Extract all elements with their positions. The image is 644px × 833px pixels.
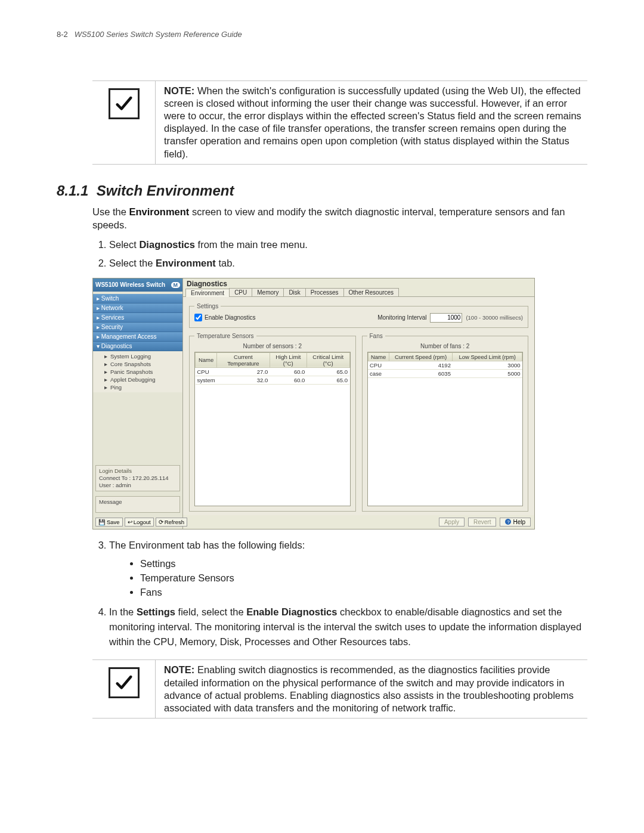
logout-icon: ↩ bbox=[128, 519, 132, 525]
tab-other-resources[interactable]: Other Resources bbox=[343, 288, 400, 296]
sensor-count-row: Number of sensors : 2 bbox=[194, 343, 351, 349]
table-row[interactable]: CPU 27.0 60.0 65.0 bbox=[196, 367, 350, 376]
note-label: NOTE: bbox=[164, 85, 194, 96]
bullet-settings: Settings bbox=[140, 557, 587, 571]
col-current-speed[interactable]: Current Speed (rpm) bbox=[389, 352, 453, 361]
nav-item-services[interactable]: Services bbox=[93, 313, 182, 323]
nav-item-security[interactable]: Security bbox=[93, 323, 182, 332]
tab-strip: Environment CPU Memory Disk Processes Ot… bbox=[183, 288, 534, 297]
nav-leaf-core-snapshots[interactable]: ▸Core Snapshots bbox=[101, 360, 181, 368]
fans-legend: Fans bbox=[367, 333, 385, 339]
col-name[interactable]: Name bbox=[368, 352, 389, 361]
col-critical-limit[interactable]: Critical Limit (°C) bbox=[306, 352, 349, 367]
temperature-fieldset: Temperature Sensors Number of sensors : … bbox=[189, 333, 356, 512]
note-icon-cell bbox=[92, 660, 155, 717]
help-button[interactable]: ?Help bbox=[500, 518, 531, 527]
note-body: Enabling switch diagnostics is recommend… bbox=[164, 664, 574, 713]
col-current-temp[interactable]: Current Temperature bbox=[217, 352, 270, 367]
nav-item-switch[interactable]: Switch bbox=[93, 294, 182, 304]
nav-subtree-diagnostics: ▸System Logging ▸Core Snapshots ▸Panic S… bbox=[93, 351, 182, 392]
section-heading: 8.1.1 Switch Environment bbox=[57, 182, 587, 199]
connect-to-value: 172.20.25.114 bbox=[132, 475, 169, 481]
nav-item-diagnostics[interactable]: Diagnostics bbox=[93, 342, 182, 351]
save-button[interactable]: 💾Save bbox=[95, 518, 123, 527]
col-low-speed-limit[interactable]: Low Speed Limit (rpm) bbox=[453, 352, 522, 361]
step-4: In the Settings field, select the Enable… bbox=[109, 605, 587, 649]
note-block: NOTE: Enabling switch diagnostics is rec… bbox=[92, 659, 587, 718]
table-row[interactable]: case 6035 5000 bbox=[368, 369, 522, 377]
nav-leaf-system-logging[interactable]: ▸System Logging bbox=[101, 352, 181, 360]
fans-table: Name Current Speed (rpm) Low Speed Limit… bbox=[367, 352, 524, 506]
page-number: 8-2 bbox=[57, 30, 68, 39]
table-row[interactable]: CPU 4192 3000 bbox=[368, 361, 522, 369]
disk-icon: 💾 bbox=[98, 519, 106, 525]
sidebar-buttons: 💾Save ↩Logout ⟳Refresh bbox=[93, 515, 182, 529]
revert-button[interactable]: Revert bbox=[468, 518, 496, 527]
refresh-button[interactable]: ⟳Refresh bbox=[156, 518, 187, 527]
apply-button[interactable]: Apply bbox=[439, 518, 465, 527]
table-row[interactable]: system 32.0 60.0 65.0 bbox=[196, 376, 350, 384]
app-screenshot: WS5100 Wireless Switch M Switch Network … bbox=[92, 278, 535, 529]
monitoring-interval-label: Monitoring Interval bbox=[377, 314, 426, 321]
tab-body-environment: Settings Enable Diagnostics Monitoring I… bbox=[183, 297, 534, 515]
steps-list-3: In the Settings field, select the Enable… bbox=[92, 605, 587, 649]
main-title: Diagnostics bbox=[183, 278, 534, 288]
checkmark-icon bbox=[109, 667, 140, 698]
step-1: Select Diagnostics from the main tree me… bbox=[109, 237, 587, 252]
help-icon: ? bbox=[505, 519, 511, 525]
footer-buttons: Apply Revert ?Help bbox=[183, 515, 534, 529]
brand-label: WS5100 Wireless Switch bbox=[95, 281, 165, 288]
steps-list-2: The Environment tab has the following fi… bbox=[92, 538, 587, 553]
step-2: Select the Environment tab. bbox=[109, 256, 587, 271]
checkmark-icon bbox=[109, 88, 140, 119]
settings-legend: Settings bbox=[194, 303, 221, 309]
page-icon: ▸ bbox=[103, 353, 109, 360]
note-block: NOTE: When the switch's configuration is… bbox=[92, 80, 587, 165]
message-label: Message bbox=[99, 498, 122, 505]
nav-list: Switch Network Services Security Managem… bbox=[93, 292, 182, 395]
main-panel: Diagnostics Environment CPU Memory Disk … bbox=[183, 278, 534, 529]
steps-list-1: Select Diagnostics from the main tree me… bbox=[92, 237, 587, 271]
login-details-box: Login Details Connect To : 172.20.25.114… bbox=[95, 465, 180, 491]
tab-cpu[interactable]: CPU bbox=[229, 288, 252, 296]
bug-icon: ▸ bbox=[103, 376, 109, 383]
step-3: The Environment tab has the following fi… bbox=[109, 538, 587, 553]
user-value: admin bbox=[116, 482, 131, 488]
sidebar-header: WS5100 Wireless Switch M bbox=[93, 278, 182, 292]
fans-fieldset: Fans Number of fans : 2 Name Current Spe… bbox=[362, 333, 529, 512]
ping-icon: ▸ bbox=[103, 384, 109, 391]
nav-item-management-access[interactable]: Management Access bbox=[93, 332, 182, 342]
enable-diagnostics-checkbox[interactable] bbox=[194, 314, 202, 321]
temperature-legend: Temperature Sensors bbox=[194, 333, 256, 339]
nav-item-network[interactable]: Network bbox=[93, 304, 182, 313]
refresh-icon: ⟳ bbox=[159, 519, 163, 525]
doc-title: WS5100 Series Switch System Reference Gu… bbox=[75, 30, 242, 39]
enable-diagnostics-label[interactable]: Enable Diagnostics bbox=[194, 314, 256, 321]
monitoring-interval-input[interactable] bbox=[430, 313, 462, 323]
monitoring-interval-hint: (100 - 30000 millisecs) bbox=[466, 314, 523, 321]
nav-leaf-panic-snapshots[interactable]: ▸Panic Snapshots bbox=[101, 368, 181, 376]
fields-bullets: Settings Temperature Sensors Fans bbox=[122, 557, 587, 600]
nav-leaf-ping[interactable]: ▸Ping bbox=[101, 383, 181, 391]
sidebar: WS5100 Wireless Switch M Switch Network … bbox=[93, 278, 183, 529]
running-head: 8-2 WS5100 Series Switch System Referenc… bbox=[57, 30, 587, 39]
page-icon: ▸ bbox=[103, 361, 109, 367]
page-icon: ▸ bbox=[103, 368, 109, 375]
tab-memory[interactable]: Memory bbox=[252, 288, 284, 296]
fan-count-row: Number of fans : 2 bbox=[367, 343, 524, 349]
tab-disk[interactable]: Disk bbox=[283, 288, 305, 296]
tab-environment[interactable]: Environment bbox=[185, 289, 230, 297]
logout-button[interactable]: ↩Logout bbox=[125, 518, 154, 527]
bullet-temperature: Temperature Sensors bbox=[140, 571, 587, 586]
note-text: NOTE: When the switch's configuration is… bbox=[155, 81, 587, 164]
intro-paragraph: Use the Environment screen to view and m… bbox=[92, 205, 587, 232]
brand-badge-icon: M bbox=[171, 282, 181, 288]
settings-fieldset: Settings Enable Diagnostics Monitoring I… bbox=[189, 303, 528, 328]
col-high-limit[interactable]: High Limit (°C) bbox=[270, 352, 306, 367]
temperature-table: Name Current Temperature High Limit (°C)… bbox=[194, 352, 351, 506]
tab-processes[interactable]: Processes bbox=[305, 288, 344, 296]
col-name[interactable]: Name bbox=[196, 352, 217, 367]
nav-leaf-applet-debugging[interactable]: ▸Applet Debugging bbox=[101, 376, 181, 383]
note-icon-cell bbox=[92, 81, 155, 164]
note-body: When the switch's configuration is succe… bbox=[164, 85, 581, 159]
